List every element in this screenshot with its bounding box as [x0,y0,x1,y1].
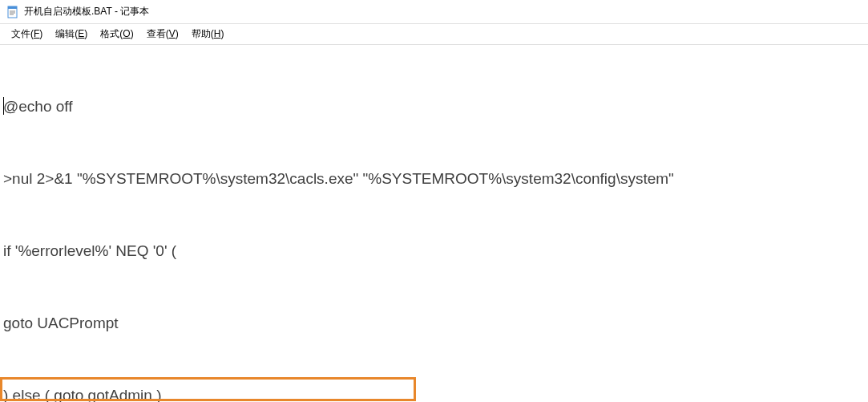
menubar: 文件(F) 编辑(E) 格式(O) 查看(V) 帮助(H) [0,24,868,45]
menu-help-end: ) [220,28,224,39]
notepad-icon [6,6,19,18]
menu-view-key: V [169,28,176,39]
menu-edit-end: ) [84,28,87,39]
editor-line: goto UACPrompt [2,311,866,335]
menu-format-key: O [123,28,130,39]
menu-format-end: ) [131,28,134,39]
line-content: @echo off [3,98,73,115]
menu-file-label: 文件( [11,28,34,39]
menu-edit[interactable]: 编辑(E) [49,24,94,44]
menu-file[interactable]: 文件(F) [5,24,49,44]
window-title: 开机自启动模板.BAT - 记事本 [24,5,149,18]
svg-rect-1 [8,6,17,9]
menu-view-label: 查看( [147,28,169,39]
titlebar: 开机自启动模板.BAT - 记事本 [0,0,868,24]
editor-line: @echo off [2,95,866,119]
menu-help[interactable]: 帮助(H) [185,24,231,44]
editor-line: >nul 2>&1 "%SYSTEMROOT%\system32\cacls.e… [2,167,866,191]
menu-file-end: ) [39,28,42,39]
menu-format[interactable]: 格式(O) [94,24,139,44]
text-editor[interactable]: @echo off >nul 2>&1 "%SYSTEMROOT%\system… [0,45,868,402]
editor-line: ) else ( goto gotAdmin ) [2,384,866,402]
menu-view-end: ) [176,28,179,39]
menu-edit-label: 编辑( [55,28,78,39]
menu-format-label: 格式( [100,28,123,39]
menu-view[interactable]: 查看(V) [140,24,185,44]
menu-help-label: 帮助( [192,28,214,39]
editor-line: if '%errorlevel%' NEQ '0' ( [2,239,866,263]
